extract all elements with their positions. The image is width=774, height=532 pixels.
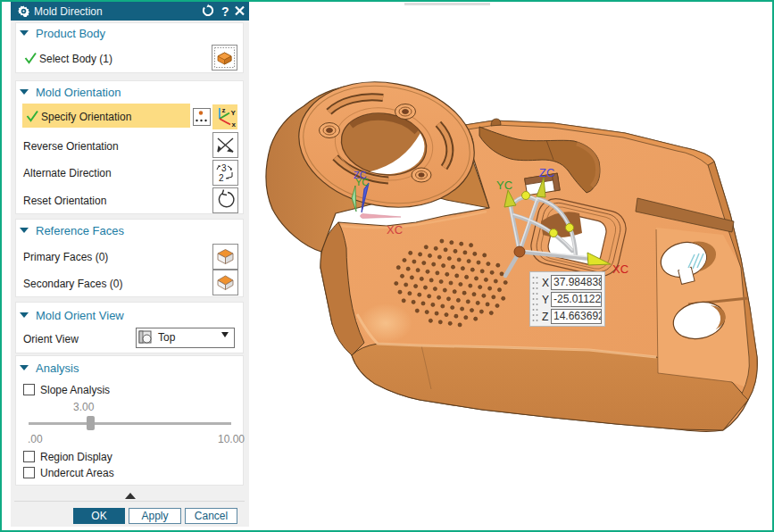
svg-text:?: ?	[221, 4, 229, 19]
svg-text:YC: YC	[355, 177, 369, 187]
svg-text:Y: Y	[231, 109, 237, 117]
svg-text:XC: XC	[387, 223, 403, 237]
svg-text:ZC: ZC	[539, 166, 554, 179]
svg-text:x: x	[232, 121, 237, 129]
svg-text:z: z	[222, 106, 226, 114]
svg-text:YC: YC	[496, 179, 512, 192]
svg-text:XC: XC	[612, 262, 628, 276]
svg-text:3: 3	[221, 163, 227, 173]
svg-text:2: 2	[219, 173, 224, 183]
